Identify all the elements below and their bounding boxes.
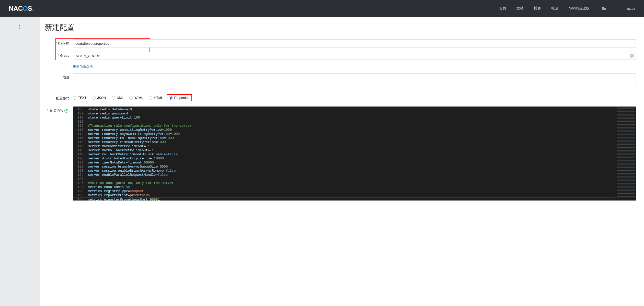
format-label: 配置格式: — [45, 94, 73, 102]
format-radio-html[interactable]: HTML — [149, 96, 163, 100]
logo-text-s: S — [28, 5, 32, 12]
group-input[interactable] — [73, 52, 636, 60]
sidebar: ‹ — [0, 17, 40, 306]
content-label-colon: : — [69, 107, 70, 115]
description-textarea[interactable] — [73, 73, 636, 89]
radio-label: TEXT — [78, 96, 86, 100]
logo[interactable]: NACOS. — [9, 5, 34, 13]
radio-icon — [149, 96, 152, 100]
clear-icon[interactable]: ✕ — [630, 54, 634, 58]
page-title: 新建配置 — [45, 22, 636, 33]
nav-community[interactable]: 社区 — [551, 6, 558, 11]
editor-code-area[interactable]: store.redis.database=0store.redis.passwo… — [87, 107, 616, 201]
nav-docs[interactable]: 文档 — [516, 6, 524, 11]
radio-label: HTML — [154, 96, 163, 100]
app-header: NACOS. 首页 文档 博客 社区 Nacos企业版 En nacos — [0, 0, 644, 17]
logo-text-main: NAC — [9, 5, 23, 12]
radio-label: Properties — [174, 96, 189, 100]
format-radio-text[interactable]: TEXT — [73, 96, 86, 100]
format-radio-xml[interactable]: XML — [112, 96, 124, 100]
editor-minimap[interactable] — [616, 107, 636, 201]
nav-enterprise[interactable]: Nacos企业版 — [569, 6, 590, 11]
logo-text-dot: . — [32, 5, 34, 12]
radio-label: JSON — [97, 96, 106, 100]
advanced-options-link[interactable]: 更多高级选项 — [73, 64, 93, 68]
radio-icon — [112, 96, 115, 100]
data-id-input[interactable] — [73, 39, 636, 48]
radio-label: XML — [117, 96, 124, 100]
back-chevron-icon[interactable]: ‹ — [18, 21, 20, 32]
radio-icon — [169, 96, 172, 100]
format-highlight-box: Properties — [167, 94, 192, 101]
help-icon[interactable]: ? — [64, 109, 68, 113]
header-nav: 首页 文档 博客 社区 Nacos企业版 En nacos — [499, 6, 635, 11]
radio-label: YAML — [134, 96, 143, 100]
content-label: 配置内容 — [50, 107, 63, 115]
format-radio-yaml[interactable]: YAML — [129, 96, 143, 100]
radio-icon — [129, 96, 133, 100]
page-content: 新建配置 Data ID: Group: ✕ — [40, 17, 644, 306]
format-radio-properties[interactable]: Properties — [169, 96, 189, 100]
logo-text-o: O — [23, 5, 28, 12]
format-radio-group: TEXTJSONXMLYAMLHTMLProperties — [73, 94, 636, 101]
description-label: 描述: — [45, 73, 73, 81]
nav-home[interactable]: 首页 — [499, 6, 506, 11]
format-radio-json[interactable]: JSON — [92, 96, 106, 100]
group-label: Group: — [45, 52, 73, 60]
language-switch[interactable]: En — [600, 6, 608, 11]
user-menu[interactable]: nacos — [626, 6, 635, 10]
editor-gutter: 1081091101111121131141151161171181191201… — [73, 107, 87, 201]
radio-icon — [73, 96, 76, 100]
data-id-label: Data ID: — [45, 39, 73, 48]
radio-icon — [92, 96, 96, 100]
config-content-editor[interactable]: 1081091101111121131141151161171181191201… — [73, 107, 636, 201]
nav-blog[interactable]: 博客 — [534, 6, 541, 11]
